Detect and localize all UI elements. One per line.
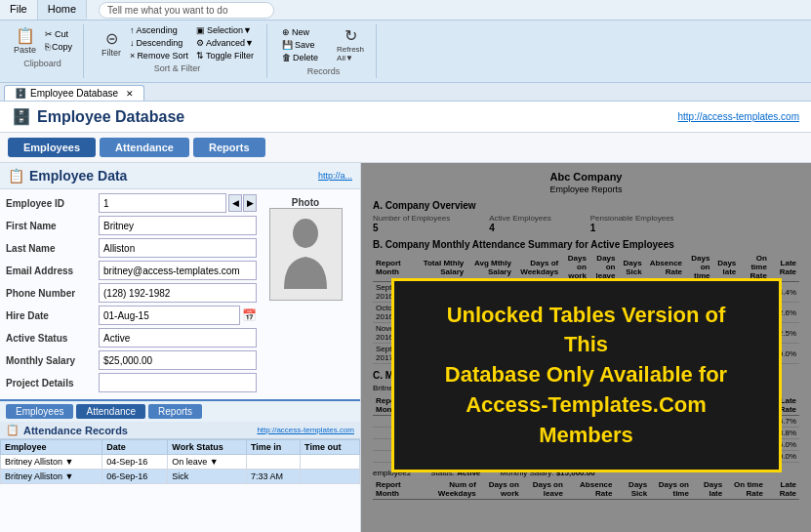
project-details-label: Project Details [6,378,99,389]
person-silhouette [279,216,333,294]
employee-id-input[interactable] [99,193,226,213]
new-record-button[interactable]: ⊕ New [279,26,321,38]
paste-label: Paste [14,45,36,55]
photo-area [269,208,343,301]
attendance-table: Employee Date Work Status Time in Time o… [0,439,360,484]
hire-date-label: Hire Date [6,310,99,321]
nav-attendance[interactable]: Attendance [100,138,189,157]
nav-employees[interactable]: Employees [8,138,96,157]
project-details-input[interactable] [99,373,257,392]
db-tab-label: Employee Database [30,88,118,99]
table-row[interactable]: Britney Alliston ▼ 06-Sep-16 Sick 7:33 A… [1,470,360,484]
delete-record-button[interactable]: 🗑 Delete [279,52,321,63]
overlay-banner: Unlocked Tables Version of This Database… [361,163,811,532]
save-record-button[interactable]: 💾 Save [279,39,321,51]
page-title: 🗄️ Employee Database [12,107,184,126]
monthly-salary-label: Monthly Salary [6,355,99,366]
clipboard-label: Clipboard [23,59,61,68]
att-col-date: Date [102,440,168,455]
nav-reports[interactable]: Reports [193,138,265,157]
ascending-button[interactable]: ↑ Ascending [127,24,191,36]
bottom-attendance-btn[interactable]: Attendance [76,404,145,419]
paste-button[interactable]: 📋 Paste [10,24,40,57]
bottom-reports-btn[interactable]: Reports [148,404,202,419]
bottom-employees-btn[interactable]: Employees [6,404,73,419]
filter-label: Filter [101,48,121,58]
db-tab-close[interactable]: ✕ [126,89,134,99]
last-name-input[interactable] [99,238,257,258]
att-col-timeout: Time out [301,440,360,455]
att-col-employee: Employee [1,440,102,455]
form-link[interactable]: http://a... [318,171,352,181]
hire-date-input[interactable] [99,306,240,325]
banner-line1: Unlocked Tables Version of This [424,301,750,361]
next-record-button[interactable]: ▶ [243,194,257,212]
email-input[interactable] [99,261,257,280]
banner-line2: Database Only Available for [424,360,750,390]
att-col-status: Work Status [168,440,247,455]
employee-id-label: Employee ID [6,198,99,209]
monthly-salary-input[interactable] [99,350,257,370]
sort-filter-label: Sort & Filter [154,63,201,73]
attendance-title: 📋 Attendance Records [6,424,128,436]
records-label: Records [307,66,341,76]
banner-line3: Access-Templates.Com Members [424,390,750,451]
last-name-label: Last Name [6,243,99,254]
att-col-timein: Time in [246,440,300,455]
calendar-icon[interactable]: 📅 [242,308,257,322]
remove-sort-button[interactable]: × Remove Sort [127,50,191,61]
banner-box: Unlocked Tables Version of This Database… [391,278,782,473]
db-tab[interactable]: 🗄️ Employee Database ✕ [4,85,144,101]
first-name-label: First Name [6,221,99,231]
svg-point-0 [293,219,318,248]
form-title: 📋 Employee Data [8,168,127,184]
selection-button[interactable]: ▣ Selection▼ [193,24,257,36]
prev-record-button[interactable]: ◀ [228,194,242,212]
cut-button[interactable]: ✂ Cut [42,28,75,40]
photo-label: Photo [292,197,319,208]
active-status-label: Active Status [6,333,99,344]
copy-button[interactable]: ⎘ Copy [42,41,75,53]
filter-icon: ⊝ [105,29,118,48]
toggle-filter-button[interactable]: ⇅ Toggle Filter [193,50,257,61]
db-tab-icon: 🗄️ [15,88,26,99]
advanced-button[interactable]: ⚙ Advanced▼ [193,37,257,49]
phone-label: Phone Number [6,288,99,299]
active-status-select[interactable]: Active [99,328,257,348]
tab-home[interactable]: Home [38,0,87,20]
filter-button[interactable]: ⊝ Filter [98,27,125,60]
table-row[interactable]: Britney Alliston ▼ 04-Sep-16 On leave ▼ [1,455,360,470]
page-title-icon: 🗄️ [12,107,31,126]
first-name-input[interactable] [99,216,257,235]
descending-button[interactable]: ↓ Descending [127,37,191,49]
email-label: Email Address [6,266,99,276]
page-link[interactable]: http://access-templates.com [678,111,800,122]
nav-bar: Employees Attendance Reports [0,133,811,163]
tell-me-input[interactable]: Tell me what you want to do [99,2,274,19]
tab-file[interactable]: File [0,0,38,20]
attendance-icon: 📋 [6,424,20,436]
attendance-link[interactable]: http://access-templates.com [257,426,354,434]
phone-input[interactable] [99,283,257,303]
paste-icon: 📋 [16,26,35,45]
refresh-button[interactable]: ↻ RefreshAll▼ [333,24,368,64]
refresh-icon: ↻ [345,26,357,45]
form-icon: 📋 [8,168,24,184]
